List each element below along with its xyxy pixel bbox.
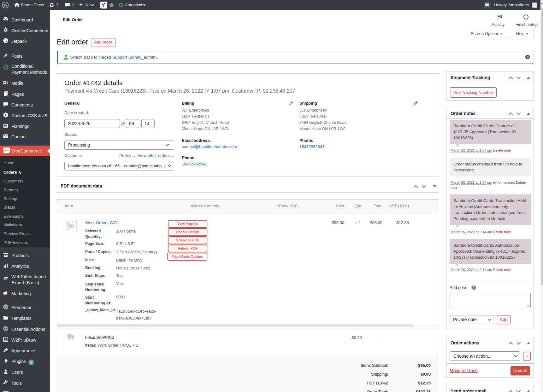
svg-text:EA: EA: [4, 327, 7, 330]
svg-text:?: ?: [473, 286, 475, 289]
svg-text:W: W: [3, 3, 8, 8]
svg-text:Woo: Woo: [3, 149, 9, 152]
